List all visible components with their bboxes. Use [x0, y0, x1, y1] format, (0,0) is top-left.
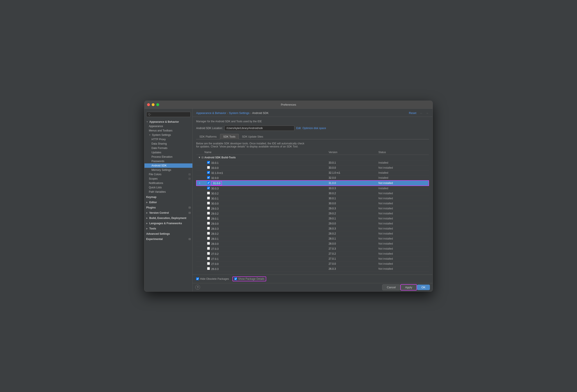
- row-checkbox[interactable]: [207, 227, 210, 230]
- sidebar-item-notifications[interactable]: Notifications: [144, 181, 192, 185]
- help-button[interactable]: ?: [195, 285, 200, 290]
- name-cell: 30.0.1: [203, 196, 327, 201]
- ok-button[interactable]: OK: [417, 285, 430, 290]
- status-cell: Not installed: [377, 180, 429, 186]
- table-row[interactable]: 29.0.229.0.2Not installed: [196, 211, 429, 216]
- sidebar-item-process-elevation[interactable]: Process Elevation: [144, 155, 192, 159]
- sidebar-item-updates[interactable]: Updates: [144, 150, 192, 155]
- optimize-button[interactable]: Optimize disk space: [302, 127, 326, 130]
- download-cell: [196, 211, 203, 216]
- row-checkbox[interactable]: [207, 232, 210, 235]
- reset-button[interactable]: Reset: [408, 111, 418, 115]
- sidebar-item-tools[interactable]: ▶Tools: [144, 227, 192, 231]
- sidebar-item-date-formats[interactable]: Date Formats: [144, 146, 192, 150]
- row-checkbox[interactable]: [207, 237, 210, 240]
- row-checkbox[interactable]: [207, 171, 210, 174]
- row-checkbox[interactable]: [207, 242, 210, 245]
- row-name: 27.0.2: [211, 252, 218, 256]
- sidebar-item-advanced-settings[interactable]: Advanced Settings: [144, 232, 192, 236]
- row-checkbox[interactable]: [207, 176, 210, 179]
- table-row[interactable]: 32.1.0-rc132.1.0 rc1Installed: [196, 170, 429, 175]
- sidebar-item-passwords[interactable]: Passwords: [144, 159, 192, 163]
- tab-sdk-update-sites[interactable]: SDK Update Sites: [239, 134, 267, 139]
- table-row[interactable]: 33.0.133.0.1Installed: [196, 160, 429, 165]
- apply-button[interactable]: Apply: [400, 284, 417, 291]
- sidebar-item-build-exec[interactable]: ▶Build, Execution, Deployment: [144, 216, 192, 220]
- table-row[interactable]: 29.0.329.0.3Not installed: [196, 206, 429, 211]
- row-checkbox[interactable]: [207, 257, 210, 260]
- sidebar-item-file-colors[interactable]: File Colors⊟: [144, 172, 192, 177]
- table-row[interactable]: 27.0.127.0.1Not installed: [196, 256, 429, 261]
- row-checkbox[interactable]: [207, 207, 210, 210]
- sidebar-item-menus-toolbars[interactable]: Menus and Toolbars: [144, 129, 192, 133]
- back-button[interactable]: ←: [419, 111, 423, 115]
- row-checkbox[interactable]: [207, 181, 210, 184]
- table-row[interactable]: 26.0.326.0.3Not installed: [196, 266, 429, 271]
- table-row[interactable]: 33.0.033.0.0Not installed: [196, 165, 429, 170]
- row-checkbox[interactable]: [207, 212, 210, 215]
- table-row[interactable]: 29.0.029.0.0Not installed: [196, 221, 429, 226]
- cancel-button[interactable]: Cancel: [382, 284, 400, 290]
- sidebar-item-appearance[interactable]: Appearance: [144, 124, 192, 129]
- row-name: 31.0.0: [211, 181, 222, 186]
- row-checkbox[interactable]: [207, 187, 210, 190]
- minimize-button[interactable]: [152, 103, 154, 106]
- show-pkg-details-checkbox[interactable]: [234, 277, 237, 280]
- table-row[interactable]: 30.0.030.0.0Not installed: [196, 201, 429, 206]
- forward-button[interactable]: →: [425, 111, 429, 115]
- col-status: Status: [377, 150, 429, 155]
- sidebar-item-languages[interactable]: ▶Languages & Frameworks: [144, 221, 192, 226]
- sdk-location-input[interactable]: [224, 126, 294, 131]
- sidebar-item-scopes[interactable]: Scopes⊟: [144, 177, 192, 181]
- hide-obsolete-checkbox[interactable]: [196, 277, 199, 280]
- show-pkg-details-label[interactable]: Show Package Details: [234, 277, 264, 280]
- table-row[interactable]: ⬇31.0.031.0.0Not installed: [196, 180, 429, 186]
- sidebar-item-editor[interactable]: ▶Editor: [144, 200, 192, 204]
- row-checkbox[interactable]: [207, 161, 210, 164]
- row-checkbox[interactable]: [207, 202, 210, 204]
- tab-sdk-platforms[interactable]: SDK Platforms: [196, 134, 220, 139]
- sidebar-item-http-proxy[interactable]: HTTP Proxy: [144, 137, 192, 141]
- table-row[interactable]: 30.0.330.0.3Installed: [196, 186, 429, 191]
- row-checkbox[interactable]: [207, 267, 210, 270]
- row-checkbox[interactable]: [207, 197, 210, 199]
- table-row[interactable]: 28.0.228.0.2Not installed: [196, 231, 429, 236]
- table-row[interactable]: 27.0.227.0.2Not installed: [196, 251, 429, 256]
- row-checkbox[interactable]: [207, 262, 210, 265]
- table-row[interactable]: 30.0.130.0.1Not installed: [196, 196, 429, 201]
- row-checkbox[interactable]: [207, 247, 210, 250]
- sidebar-item-plugins[interactable]: Plugins⊟: [144, 205, 192, 210]
- close-button[interactable]: [147, 103, 150, 106]
- table-row[interactable]: 29.0.129.0.1Not installed: [196, 216, 429, 221]
- sidebar-item-quick-lists[interactable]: Quick Lists: [144, 185, 192, 190]
- hide-obsolete-label[interactable]: Hide Obsolete Packages: [196, 277, 229, 280]
- table-row[interactable]: ▼ ⊟ Android SDK Build-Tools: [196, 155, 429, 160]
- sidebar-item-android-sdk[interactable]: Android SDK: [144, 163, 192, 168]
- sidebar-item-experimental[interactable]: Experimental⊟: [144, 237, 192, 241]
- row-checkbox[interactable]: [207, 166, 210, 169]
- tab-sdk-tools[interactable]: SDK Tools: [220, 134, 239, 139]
- maximize-button[interactable]: [156, 103, 159, 106]
- sidebar-item-memory-settings[interactable]: Memory Settings: [144, 168, 192, 172]
- version-cell: 28.0.2: [327, 231, 377, 236]
- table-row[interactable]: 30.0.230.0.2Not installed: [196, 191, 429, 196]
- table-row[interactable]: 28.0.328.0.3Not installed: [196, 226, 429, 231]
- sidebar-item-keymap[interactable]: Keymap: [144, 195, 192, 199]
- sidebar-item-path-variables[interactable]: Path Variables: [144, 190, 192, 194]
- version-cell: 32.0.0: [327, 175, 377, 180]
- search-input[interactable]: [146, 112, 191, 117]
- table-row[interactable]: 32.0.032.0.0Installed: [196, 175, 429, 180]
- sidebar-item-version-control[interactable]: ▶Version Control⊟: [144, 211, 192, 215]
- row-checkbox[interactable]: [207, 192, 210, 195]
- row-checkbox[interactable]: [207, 222, 210, 225]
- row-checkbox[interactable]: [207, 252, 210, 255]
- sidebar-item-data-sharing[interactable]: Data Sharing: [144, 141, 192, 146]
- sidebar-item-system-settings[interactable]: ▼System Settings: [144, 133, 192, 137]
- table-row[interactable]: 28.0.128.0.1Not installed: [196, 236, 429, 241]
- table-row[interactable]: 27.0.327.0.3Not installed: [196, 246, 429, 251]
- row-checkbox[interactable]: [207, 217, 210, 220]
- sidebar-item-appearance-behavior[interactable]: ▼Appearance & Behavior: [144, 120, 192, 124]
- edit-button[interactable]: Edit: [296, 127, 301, 130]
- table-row[interactable]: 28.0.028.0.0Not installed: [196, 241, 429, 246]
- table-row[interactable]: 27.0.027.0.0Not installed: [196, 261, 429, 266]
